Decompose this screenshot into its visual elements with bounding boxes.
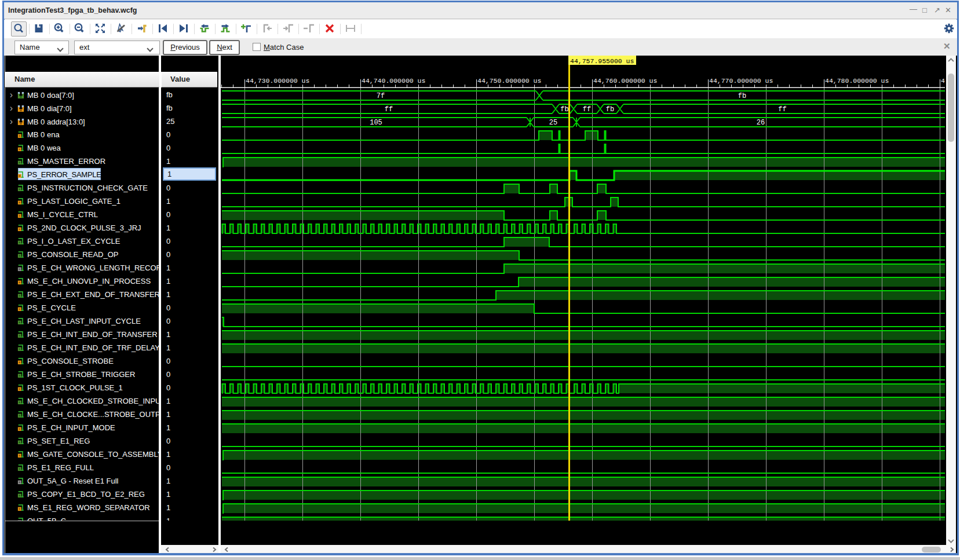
svg-text:ff: ff (583, 105, 591, 114)
svg-text:44,740.000000 us: 44,740.000000 us (362, 77, 425, 85)
svg-text:ff: ff (385, 105, 393, 114)
svg-text:44,750.000000 us: 44,750.000000 us (477, 77, 541, 85)
svg-text:ff: ff (778, 105, 786, 114)
svg-text:44,790.000000 us: 44,790.000000 us (941, 77, 945, 85)
svg-text:44,780.000000 us: 44,780.000000 us (825, 77, 889, 85)
svg-text:44,757.955000 us: 44,757.955000 us (570, 57, 634, 65)
svg-text:25: 25 (549, 119, 557, 127)
svg-text:105: 105 (370, 119, 382, 127)
svg-text:fb: fb (560, 105, 568, 114)
svg-text:fb: fb (606, 105, 614, 114)
svg-text:44,730.000000 us: 44,730.000000 us (246, 77, 309, 85)
svg-text:7f: 7f (377, 92, 385, 100)
svg-text:fb: fb (738, 92, 746, 100)
svg-text:26: 26 (757, 119, 765, 127)
svg-text:44,760.000000 us: 44,760.000000 us (593, 77, 657, 85)
svg-text:44,770.000000 us: 44,770.000000 us (709, 77, 773, 85)
